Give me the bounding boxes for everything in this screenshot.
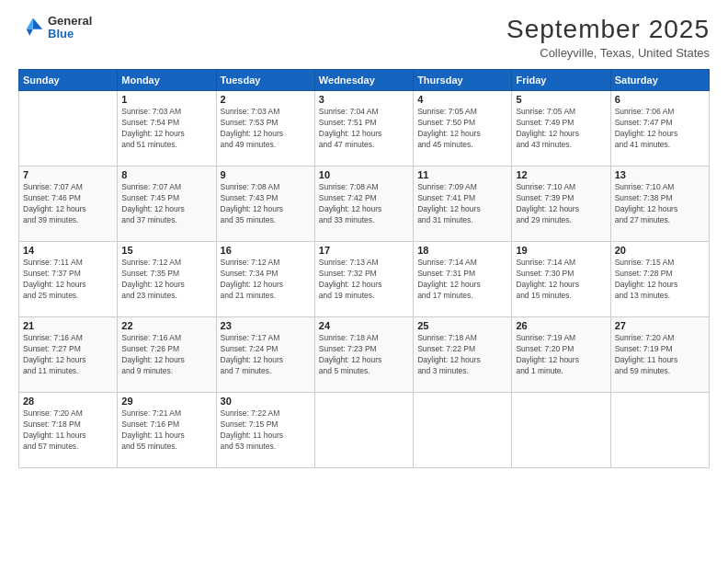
cell-2-6: 20Sunrise: 7:15 AM Sunset: 7:28 PM Dayli…: [610, 242, 709, 317]
month-title: September 2025: [506, 15, 710, 44]
cell-4-3: [314, 393, 413, 468]
cell-0-3: 3Sunrise: 7:04 AM Sunset: 7:51 PM Daylig…: [314, 91, 413, 167]
day-number: 23: [221, 320, 311, 331]
cell-0-1: 1Sunrise: 7:03 AM Sunset: 7:54 PM Daylig…: [118, 91, 216, 167]
day-info: Sunrise: 7:12 AM Sunset: 7:35 PM Dayligh…: [121, 258, 211, 302]
day-number: 16: [221, 245, 311, 256]
cell-3-5: 26Sunrise: 7:19 AM Sunset: 7:20 PM Dayli…: [512, 317, 610, 393]
day-info: Sunrise: 7:22 AM Sunset: 7:15 PM Dayligh…: [221, 408, 311, 453]
cell-4-0: 28Sunrise: 7:20 AM Sunset: 7:18 PM Dayli…: [19, 393, 118, 468]
day-info: Sunrise: 7:15 AM Sunset: 7:28 PM Dayligh…: [615, 258, 705, 302]
cell-1-5: 12Sunrise: 7:10 AM Sunset: 7:39 PM Dayli…: [512, 167, 610, 242]
day-number: 18: [417, 245, 507, 256]
cell-3-6: 27Sunrise: 7:20 AM Sunset: 7:19 PM Dayli…: [610, 317, 709, 393]
cell-1-1: 8Sunrise: 7:07 AM Sunset: 7:45 PM Daylig…: [118, 167, 216, 242]
column-header-wednesday: Wednesday: [314, 70, 413, 91]
day-info: Sunrise: 7:07 AM Sunset: 7:45 PM Dayligh…: [121, 182, 211, 226]
day-info: Sunrise: 7:16 AM Sunset: 7:27 PM Dayligh…: [23, 333, 113, 377]
day-info: Sunrise: 7:08 AM Sunset: 7:43 PM Dayligh…: [221, 182, 311, 226]
day-number: 7: [23, 169, 113, 180]
day-info: Sunrise: 7:13 AM Sunset: 7:32 PM Dayligh…: [319, 258, 409, 302]
cell-3-2: 23Sunrise: 7:17 AM Sunset: 7:24 PM Dayli…: [216, 317, 314, 393]
cell-3-0: 21Sunrise: 7:16 AM Sunset: 7:27 PM Dayli…: [19, 317, 118, 393]
cell-2-3: 17Sunrise: 7:13 AM Sunset: 7:32 PM Dayli…: [314, 242, 413, 317]
cell-1-2: 9Sunrise: 7:08 AM Sunset: 7:43 PM Daylig…: [216, 167, 314, 242]
day-info: Sunrise: 7:04 AM Sunset: 7:51 PM Dayligh…: [319, 107, 409, 151]
svg-marker-0: [33, 18, 43, 29]
week-row-3: 21Sunrise: 7:16 AM Sunset: 7:27 PM Dayli…: [19, 317, 710, 393]
day-info: Sunrise: 7:11 AM Sunset: 7:37 PM Dayligh…: [23, 258, 113, 302]
cell-2-5: 19Sunrise: 7:14 AM Sunset: 7:30 PM Dayli…: [512, 242, 610, 317]
day-number: 8: [121, 169, 211, 180]
logo-icon: [18, 15, 44, 40]
day-number: 11: [417, 169, 507, 180]
cell-3-4: 25Sunrise: 7:18 AM Sunset: 7:22 PM Dayli…: [414, 317, 512, 393]
column-header-saturday: Saturday: [610, 70, 709, 91]
day-number: 12: [516, 169, 606, 180]
cell-1-3: 10Sunrise: 7:08 AM Sunset: 7:42 PM Dayli…: [314, 167, 413, 242]
day-number: 21: [23, 320, 113, 331]
cell-4-4: [414, 393, 512, 468]
column-header-friday: Friday: [512, 70, 610, 91]
day-number: 20: [615, 245, 705, 256]
column-header-thursday: Thursday: [414, 70, 512, 91]
cell-4-1: 29Sunrise: 7:21 AM Sunset: 7:16 PM Dayli…: [118, 393, 216, 468]
calendar-header-row: SundayMondayTuesdayWednesdayThursdayFrid…: [19, 70, 710, 91]
page: General Blue September 2025 Colleyville,…: [0, 0, 728, 563]
column-header-tuesday: Tuesday: [216, 70, 314, 91]
cell-4-5: [512, 393, 610, 468]
cell-2-2: 16Sunrise: 7:12 AM Sunset: 7:34 PM Dayli…: [216, 242, 314, 317]
day-info: Sunrise: 7:08 AM Sunset: 7:42 PM Dayligh…: [319, 182, 409, 226]
day-info: Sunrise: 7:20 AM Sunset: 7:18 PM Dayligh…: [23, 408, 113, 453]
day-info: Sunrise: 7:19 AM Sunset: 7:20 PM Dayligh…: [516, 333, 606, 377]
cell-4-6: [610, 393, 709, 468]
day-info: Sunrise: 7:14 AM Sunset: 7:30 PM Dayligh…: [516, 258, 606, 302]
day-info: Sunrise: 7:06 AM Sunset: 7:47 PM Dayligh…: [615, 107, 705, 151]
week-row-4: 28Sunrise: 7:20 AM Sunset: 7:18 PM Dayli…: [19, 393, 710, 468]
day-number: 14: [23, 245, 113, 256]
calendar-table: SundayMondayTuesdayWednesdayThursdayFrid…: [18, 69, 710, 468]
column-header-monday: Monday: [118, 70, 216, 91]
day-number: 30: [221, 396, 311, 407]
day-number: 3: [319, 94, 409, 105]
day-info: Sunrise: 7:12 AM Sunset: 7:34 PM Dayligh…: [221, 258, 311, 302]
cell-4-2: 30Sunrise: 7:22 AM Sunset: 7:15 PM Dayli…: [216, 393, 314, 468]
day-info: Sunrise: 7:16 AM Sunset: 7:26 PM Dayligh…: [121, 333, 211, 377]
day-info: Sunrise: 7:20 AM Sunset: 7:19 PM Dayligh…: [615, 333, 705, 377]
week-row-2: 14Sunrise: 7:11 AM Sunset: 7:37 PM Dayli…: [19, 242, 710, 317]
day-info: Sunrise: 7:14 AM Sunset: 7:31 PM Dayligh…: [417, 258, 507, 302]
svg-marker-2: [27, 29, 33, 36]
cell-3-1: 22Sunrise: 7:16 AM Sunset: 7:26 PM Dayli…: [118, 317, 216, 393]
day-number: 26: [516, 320, 606, 331]
week-row-1: 7Sunrise: 7:07 AM Sunset: 7:46 PM Daylig…: [19, 167, 710, 242]
svg-marker-1: [27, 18, 33, 29]
day-number: 24: [319, 320, 409, 331]
logo-text: General Blue: [48, 15, 92, 41]
day-info: Sunrise: 7:18 AM Sunset: 7:23 PM Dayligh…: [319, 333, 409, 377]
day-number: 2: [221, 94, 311, 105]
column-header-sunday: Sunday: [19, 70, 118, 91]
day-info: Sunrise: 7:10 AM Sunset: 7:38 PM Dayligh…: [615, 182, 705, 226]
day-info: Sunrise: 7:03 AM Sunset: 7:54 PM Dayligh…: [121, 107, 211, 151]
cell-2-1: 15Sunrise: 7:12 AM Sunset: 7:35 PM Dayli…: [118, 242, 216, 317]
day-number: 1: [121, 94, 211, 105]
cell-1-6: 13Sunrise: 7:10 AM Sunset: 7:38 PM Dayli…: [610, 167, 709, 242]
cell-0-5: 5Sunrise: 7:05 AM Sunset: 7:49 PM Daylig…: [512, 91, 610, 167]
cell-2-4: 18Sunrise: 7:14 AM Sunset: 7:31 PM Dayli…: [414, 242, 512, 317]
day-number: 5: [516, 94, 606, 105]
day-number: 28: [23, 396, 113, 407]
day-number: 15: [121, 245, 211, 256]
day-number: 25: [417, 320, 507, 331]
day-number: 22: [121, 320, 211, 331]
day-info: Sunrise: 7:10 AM Sunset: 7:39 PM Dayligh…: [516, 182, 606, 226]
cell-0-0: [19, 91, 118, 167]
day-info: Sunrise: 7:09 AM Sunset: 7:41 PM Dayligh…: [417, 182, 507, 226]
day-number: 10: [319, 169, 409, 180]
day-info: Sunrise: 7:21 AM Sunset: 7:16 PM Dayligh…: [121, 408, 211, 453]
day-info: Sunrise: 7:05 AM Sunset: 7:49 PM Dayligh…: [516, 107, 606, 151]
day-number: 13: [615, 169, 705, 180]
title-block: September 2025 Colleyville, Texas, Unite…: [506, 15, 710, 60]
cell-0-2: 2Sunrise: 7:03 AM Sunset: 7:53 PM Daylig…: [216, 91, 314, 167]
day-info: Sunrise: 7:17 AM Sunset: 7:24 PM Dayligh…: [221, 333, 311, 377]
day-number: 29: [121, 396, 211, 407]
